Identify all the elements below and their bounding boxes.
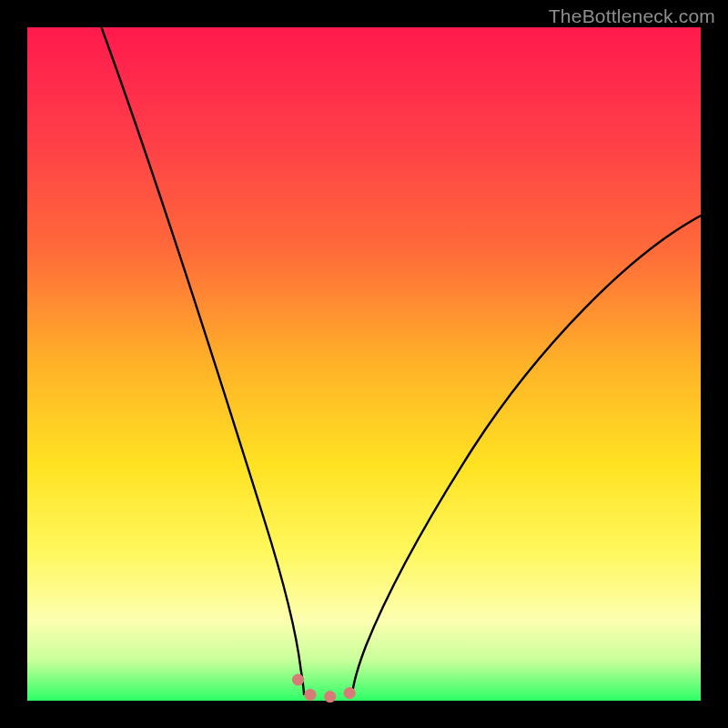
outer-frame: TheBottleneck.com: [0, 0, 728, 728]
watermark-text: TheBottleneck.com: [549, 5, 715, 27]
right-curve: [352, 216, 701, 695]
plot-area: [27, 27, 701, 701]
valley-markers: [298, 674, 357, 696]
curve-layer: [27, 27, 701, 701]
left-curve: [101, 27, 304, 695]
